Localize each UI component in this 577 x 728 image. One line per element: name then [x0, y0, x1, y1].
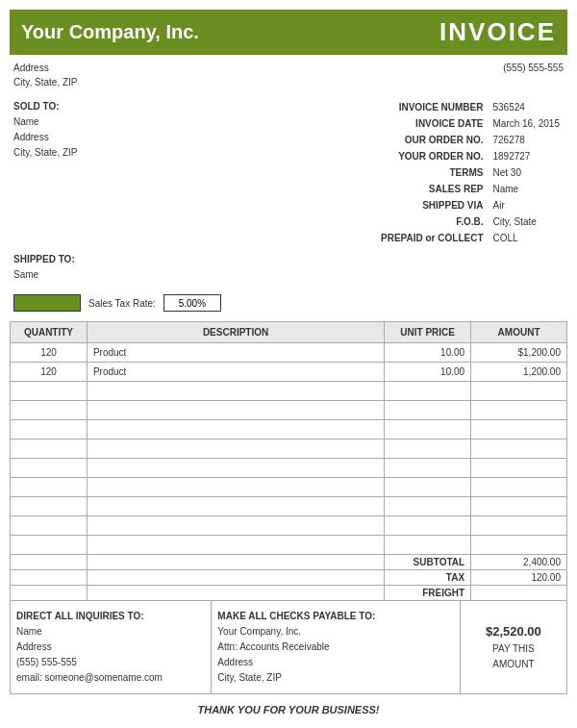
- inquiries-label: DIRECT ALL INQUIRIES TO:: [16, 609, 205, 624]
- row-price: 10.00: [385, 343, 471, 363]
- tax-color-box: [13, 294, 81, 312]
- row-qty: 120: [11, 343, 88, 363]
- pay-amount-value: $2,520.00: [486, 622, 541, 642]
- company-address: Address City, State, ZIP: [13, 61, 78, 89]
- subtotal-value: 2,400.00: [471, 555, 567, 570]
- sales-rep-label: SALES REP: [377, 181, 487, 197]
- checks-address: Address: [217, 655, 453, 670]
- bill-ship-section: SOLD TO: Name Address City, State, ZIP I…: [10, 95, 567, 250]
- empty-row: [11, 478, 567, 497]
- our-order-value: 726278: [488, 132, 564, 148]
- company-address-line2: City, State, ZIP: [13, 75, 78, 89]
- fob-label: F.O.B.: [377, 213, 487, 230]
- col-header-quantity: QUANTITY: [11, 322, 88, 343]
- row-price: 10.00: [385, 363, 471, 382]
- prepaid-value: COLL: [488, 230, 564, 246]
- terms-label: TERMS: [377, 164, 487, 181]
- empty-row: [11, 420, 567, 439]
- checks-city: City, State, ZIP: [217, 670, 453, 686]
- company-phone: (555) 555-555: [503, 61, 564, 89]
- subtotal-row: TAX 120.00: [11, 570, 567, 586]
- row-desc: Product: [87, 343, 384, 363]
- subtotal-label: FREIGHT: [385, 586, 471, 601]
- terms-value: Net 30: [488, 164, 564, 181]
- shipped-via-label: SHIPPED VIA: [377, 197, 487, 213]
- invoice-details-block: INVOICE NUMBER 536524 INVOICE DATE March…: [288, 99, 564, 246]
- table-row: 120 Product 10.00 1,200.00: [11, 363, 567, 382]
- shipped-via-value: Air: [488, 197, 564, 213]
- company-info: Address City, State, ZIP (555) 555-555: [10, 55, 567, 93]
- pay-this-label: PAY THIS: [492, 641, 535, 657]
- inquiries-phone: (555) 555-555: [16, 655, 205, 670]
- pay-amount-block: $2,520.00 PAY THIS AMOUNT: [461, 601, 566, 693]
- tax-rate-label: Sales Tax Rate:: [88, 298, 156, 309]
- checks-name: Your Company, Inc.: [217, 624, 453, 640]
- tax-section: Sales Tax Rate:: [10, 289, 567, 317]
- sold-to-address: Address: [13, 130, 288, 145]
- empty-row: [11, 439, 567, 459]
- inv-date-label: INVOICE DATE: [377, 115, 487, 132]
- sold-to-city: City, State, ZIP: [13, 145, 288, 161]
- invoice-title: INVOICE: [439, 17, 556, 47]
- subtotal-label: TAX: [385, 570, 471, 586]
- table-row: 120 Product 10.00 $1,200.00: [11, 343, 567, 363]
- sales-rep-value: Name: [488, 181, 564, 197]
- your-order-value: 1892727: [488, 148, 564, 164]
- subtotal-value: [471, 586, 567, 601]
- inv-num-label: INVOICE NUMBER: [377, 99, 487, 115]
- row-amount: $1,200.00: [471, 343, 567, 363]
- your-order-label: YOUR ORDER NO.: [377, 148, 487, 164]
- thank-you-message: THANK YOU FOR YOUR BUSINESS!: [10, 694, 567, 719]
- empty-row: [11, 382, 567, 401]
- col-header-description: DESCRIPTION: [87, 322, 384, 343]
- subtotal-row: SUBTOTAL 2,400.00: [11, 555, 567, 570]
- line-items-table: QUANTITY DESCRIPTION UNIT PRICE AMOUNT 1…: [10, 321, 567, 601]
- inv-date-value: March 16, 2015: [488, 115, 564, 132]
- empty-row: [11, 497, 567, 516]
- prepaid-label: PREPAID or COLLECT: [377, 230, 487, 246]
- sold-to-label: SOLD TO:: [13, 99, 288, 114]
- company-address-line1: Address: [13, 61, 78, 75]
- invoice-details-table: INVOICE NUMBER 536524 INVOICE DATE March…: [377, 99, 564, 246]
- row-desc: Product: [87, 363, 384, 382]
- header-bar: Your Company, Inc. INVOICE: [10, 10, 567, 55]
- shipped-to-value: Same: [13, 267, 564, 283]
- subtotal-value: 120.00: [471, 570, 567, 586]
- company-name: Your Company, Inc.: [21, 21, 199, 43]
- empty-row: [11, 401, 567, 420]
- our-order-label: OUR ORDER NO.: [377, 132, 487, 148]
- empty-row: [11, 459, 567, 478]
- inquiries-address: Address: [16, 640, 205, 655]
- row-amount: 1,200.00: [471, 363, 567, 382]
- row-qty: 120: [11, 363, 88, 382]
- subtotal-row: FREIGHT: [11, 586, 567, 601]
- empty-row: [11, 516, 567, 536]
- fob-value: City, State: [488, 213, 564, 230]
- col-header-unit-price: UNIT PRICE: [385, 322, 471, 343]
- checks-attn: Attn: Accounts Receivable: [217, 640, 453, 655]
- shipped-to-block: SHIPPED TO: Same: [10, 250, 567, 285]
- checks-block: MAKE ALL CHECKS PAYABLE TO: Your Company…: [212, 601, 460, 693]
- empty-row: [11, 536, 567, 555]
- inquiries-name: Name: [16, 624, 205, 640]
- inquiries-email: email: someone@somename.com: [16, 670, 205, 686]
- checks-label: MAKE ALL CHECKS PAYABLE TO:: [217, 609, 453, 624]
- sold-to-block: SOLD TO: Name Address City, State, ZIP: [13, 99, 288, 246]
- shipped-to-label: SHIPPED TO:: [13, 254, 75, 264]
- col-header-amount: AMOUNT: [471, 322, 567, 343]
- footer-section: DIRECT ALL INQUIRIES TO: Name Address (5…: [10, 601, 567, 694]
- tax-rate-input[interactable]: [163, 294, 221, 312]
- subtotal-label: SUBTOTAL: [385, 555, 471, 570]
- inquiries-block: DIRECT ALL INQUIRIES TO: Name Address (5…: [11, 601, 212, 693]
- sold-to-name: Name: [13, 114, 288, 130]
- pay-amount-label: AMOUNT: [492, 657, 534, 672]
- inv-num-value: 536524: [488, 99, 564, 115]
